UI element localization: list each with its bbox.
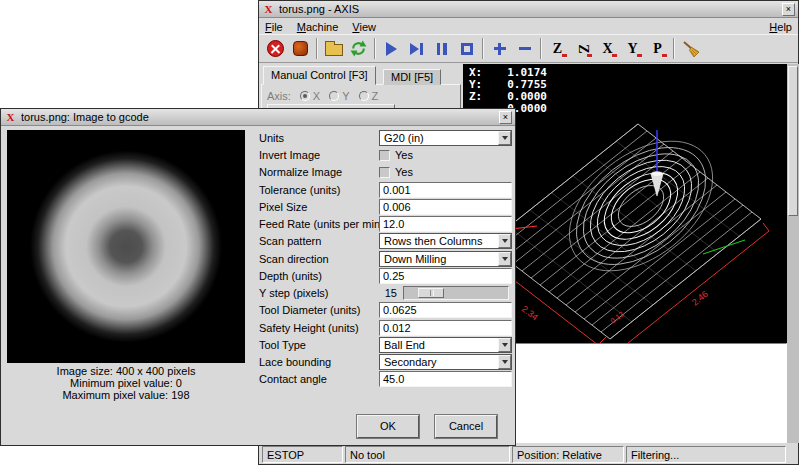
tab-manual-control[interactable]: Manual Control [F3] <box>263 66 376 85</box>
zoom-out-icon <box>519 47 531 50</box>
axis-radio-z[interactable]: Z <box>359 90 379 102</box>
view-perspective-button[interactable]: P <box>645 36 670 61</box>
axis-radio-x[interactable]: X <box>300 90 320 102</box>
pixel-size-input[interactable] <box>379 199 512 215</box>
magnet-icon <box>587 54 592 58</box>
view-rotated-top-icon: Z <box>576 44 590 53</box>
toolbar-separator <box>482 38 484 59</box>
normalize-image-yes-label: Yes <box>395 166 413 178</box>
step-icon-bar <box>420 43 423 55</box>
toolbar-separator <box>540 38 542 59</box>
checkbox-icon <box>379 167 390 178</box>
step-icon <box>410 43 419 55</box>
scan-direction-label: Scan direction <box>259 251 329 267</box>
scan-direction-select[interactable]: Down Milling <box>379 251 512 267</box>
units-value: G20 (in) <box>384 132 424 144</box>
tool-type-select[interactable]: Ball End <box>379 337 512 353</box>
slider-thumb[interactable] <box>418 288 444 298</box>
tool-type-label: Tool Type <box>259 337 306 353</box>
axis-toolbar: Z Z X Y P <box>259 34 798 63</box>
open-file-button[interactable] <box>321 36 346 61</box>
status-estop: ESTOP <box>262 446 343 463</box>
y-step-slider-row: 15 <box>379 285 512 301</box>
tolerance-label: Tolerance (units) <box>259 182 340 198</box>
invert-image-checkbox[interactable]: Yes <box>379 147 512 163</box>
scan-pattern-select[interactable]: Rows then Columns <box>379 233 512 249</box>
axis-close-button[interactable]: × <box>782 3 795 16</box>
zoom-in-icon <box>494 43 506 55</box>
step-button[interactable] <box>404 36 429 61</box>
scrollbar-thumb[interactable] <box>788 66 798 216</box>
menu-machine[interactable]: Machine <box>297 21 339 33</box>
magnet-icon <box>562 54 567 58</box>
menu-file[interactable]: File <box>265 21 283 33</box>
feed-rate-input[interactable] <box>379 216 512 232</box>
status-position: Position: Relative Actual <box>512 446 624 463</box>
radio-icon <box>329 91 339 101</box>
pixel-size-label: Pixel Size <box>259 199 307 215</box>
view-side-button[interactable]: Y <box>620 36 645 61</box>
axis-label: Axis: <box>267 90 291 102</box>
pause-icon <box>437 43 441 55</box>
lace-bounding-select[interactable]: Secondary <box>379 354 512 370</box>
menu-help[interactable]: Help <box>769 21 792 33</box>
axis-radio-y[interactable]: Y <box>329 90 349 102</box>
vertical-scrollbar[interactable] <box>787 64 799 443</box>
toolbar-separator <box>316 38 318 59</box>
machine-power-button[interactable] <box>288 36 313 61</box>
tool-diameter-label: Tool Diameter (units) <box>259 302 360 318</box>
stop-button[interactable] <box>454 36 479 61</box>
view-perspective-icon: P <box>653 42 662 56</box>
axis-window-title: torus.png - AXIS <box>279 3 778 15</box>
run-button[interactable] <box>379 36 404 61</box>
safety-height-input[interactable] <box>379 320 512 336</box>
chevron-down-icon <box>498 131 511 145</box>
tab-mdi[interactable]: MDI [F5] <box>383 69 441 85</box>
checkbox-icon <box>379 150 390 161</box>
zoom-in-button[interactable] <box>487 36 512 61</box>
pause-button[interactable] <box>429 36 454 61</box>
view-top-button[interactable]: Z <box>545 36 570 61</box>
axis-radio-x-label: X <box>313 90 320 102</box>
open-folder-icon <box>325 44 343 56</box>
units-label: Units <box>259 130 284 146</box>
tool-type-value: Ball End <box>384 339 425 351</box>
scan-direction-value: Down Milling <box>384 253 446 265</box>
ok-button[interactable]: OK <box>357 415 419 438</box>
estop-icon <box>267 40 284 57</box>
dialog-close-button[interactable]: × <box>499 111 512 124</box>
axis-app-icon: X <box>262 3 275 16</box>
dialog-titlebar[interactable]: X torus.png: Image to gcode × <box>1 109 515 126</box>
units-select[interactable]: G20 (in) <box>379 130 512 146</box>
view-rotated-top-button[interactable]: Z <box>570 36 595 61</box>
axis-titlebar[interactable]: X torus.png - AXIS × <box>259 1 798 18</box>
clear-plot-button[interactable] <box>678 36 703 61</box>
status-filtering: Filtering... <box>626 446 786 463</box>
dialog-app-icon: X <box>4 111 17 124</box>
image-info: Image size: 400 x 400 pixels Minimum pix… <box>7 365 245 401</box>
depth-input[interactable] <box>379 268 512 284</box>
radio-icon <box>359 91 369 101</box>
scan-pattern-value: Rows then Columns <box>384 235 482 247</box>
normalize-image-checkbox[interactable]: Yes <box>379 164 512 180</box>
pause-icon <box>443 43 447 55</box>
contact-angle-input[interactable] <box>379 371 512 387</box>
lace-bounding-label: Lace bounding <box>259 354 331 370</box>
feed-rate-label: Feed Rate (units per minute) <box>259 216 399 232</box>
reload-button[interactable] <box>346 36 371 61</box>
tolerance-input[interactable] <box>379 182 512 198</box>
magnet-icon <box>662 54 667 58</box>
estop-button[interactable] <box>263 36 288 61</box>
invert-image-label: Invert Image <box>259 147 320 163</box>
tool-diameter-input[interactable] <box>379 302 512 318</box>
menu-view[interactable]: View <box>352 21 376 33</box>
cancel-button[interactable]: Cancel <box>435 415 497 438</box>
y-step-label: Y step (pixels) <box>259 285 329 301</box>
zoom-out-button[interactable] <box>512 36 537 61</box>
radio-icon <box>300 91 310 101</box>
axis-radio-z-label: Z <box>372 90 379 102</box>
toolbar-separator <box>673 38 675 59</box>
reload-icon <box>349 39 368 58</box>
y-step-slider[interactable] <box>403 286 509 300</box>
view-front-button[interactable]: X <box>595 36 620 61</box>
